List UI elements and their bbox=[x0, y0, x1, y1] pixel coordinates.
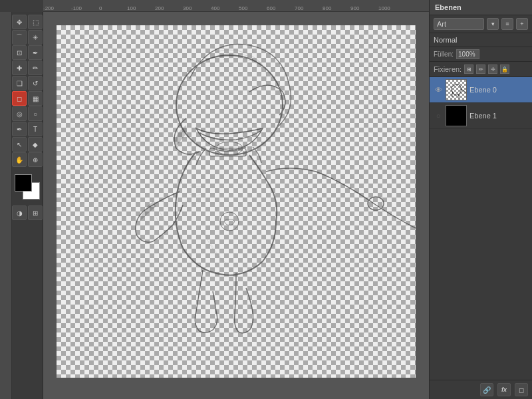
blend-mode-label: Normal bbox=[434, 36, 457, 44]
history-brush-tool[interactable]: ↺ bbox=[28, 76, 43, 90]
tool-group: ⌒ ✳ bbox=[12, 30, 43, 45]
tool-group: ✥ ⬚ bbox=[12, 15, 43, 29]
opacity-label: Füllen: bbox=[434, 51, 454, 58]
opacity-row: Füllen: bbox=[430, 47, 532, 62]
fixieren-brush-icon[interactable]: ✏ bbox=[476, 65, 485, 74]
heal-tool[interactable]: ✚ bbox=[12, 61, 27, 75]
stamp-tool[interactable]: ❑ bbox=[12, 76, 27, 90]
text-tool[interactable]: T bbox=[28, 122, 43, 136]
eyedropper-tool[interactable]: ✒ bbox=[28, 45, 43, 60]
fixieren-row: Fixieren: ⊞ ✏ ✛ 🔒 bbox=[430, 62, 532, 77]
toolbar: ✥ ⬚ ⌒ ✳ ⊡ ✒ ✚ ✏ ❑ ↺ ◻ ▦ ◎ ○ ✒ T ↖ ◆ ✋ ⊕ bbox=[12, 12, 43, 399]
ruler-mark: 100 bbox=[127, 5, 136, 11]
layer-item-1[interactable]: ○ Ebene 1 bbox=[430, 103, 532, 129]
layers-panel-title: Ebenen bbox=[430, 0, 532, 15]
ruler-mark: 800 bbox=[323, 5, 331, 11]
fixieren-position-icon[interactable]: ✛ bbox=[488, 65, 497, 74]
ruler-left bbox=[0, 12, 12, 399]
layers-search-row: ▾ ≡ + bbox=[430, 15, 532, 33]
crop-tool[interactable]: ⊡ bbox=[12, 45, 27, 60]
canvas-area bbox=[43, 12, 429, 399]
ruler-mark: 300 bbox=[183, 5, 192, 11]
layers-footer: 🔗 fx ◻ bbox=[430, 380, 532, 399]
tool-group: ◑ ⊞ bbox=[12, 205, 43, 220]
pen-tool[interactable]: ✒ bbox=[12, 122, 27, 136]
fixieren-all-icon[interactable]: 🔒 bbox=[500, 65, 509, 74]
tool-group: ✒ T bbox=[12, 122, 43, 136]
ruler-mark: 600 bbox=[267, 5, 275, 11]
lasso-tool[interactable]: ⌒ bbox=[12, 30, 27, 45]
ruler-mark: 900 bbox=[350, 5, 359, 11]
shape-tool[interactable]: ◆ bbox=[28, 137, 43, 152]
tool-group: ❑ ↺ bbox=[12, 76, 43, 90]
dodge-tool[interactable]: ○ bbox=[28, 106, 43, 121]
svg-point-2 bbox=[368, 197, 384, 210]
tool-group: ⊡ ✒ bbox=[12, 45, 43, 60]
ruler-mark: 1000 bbox=[378, 5, 390, 11]
effects-btn[interactable]: fx bbox=[497, 383, 511, 396]
add-mask-btn[interactable]: ◻ bbox=[515, 383, 528, 396]
blur-tool[interactable]: ◎ bbox=[12, 106, 27, 121]
canvas-wrapper bbox=[57, 25, 416, 378]
gradient-tool[interactable]: ▦ bbox=[28, 91, 43, 106]
ruler-mark: 500 bbox=[239, 5, 247, 11]
layer-thumbnail-0 bbox=[446, 79, 467, 100]
fill-input[interactable] bbox=[456, 49, 479, 59]
layers-filter-btn[interactable]: ▾ bbox=[487, 18, 499, 30]
layers-panel: Ebenen ▾ ≡ + Normal Füllen: Fixieren: ⊞ … bbox=[429, 0, 532, 399]
select-rect-tool[interactable]: ⬚ bbox=[28, 15, 43, 29]
layer-name-0: Ebene 0 bbox=[469, 86, 528, 94]
color-swatches-container bbox=[15, 172, 40, 202]
layers-menu-btn[interactable]: ≡ bbox=[501, 18, 513, 30]
eraser-tool[interactable]: ◻ bbox=[12, 91, 27, 106]
ruler-mark: 400 bbox=[211, 5, 219, 11]
layer-thumbnail-1 bbox=[446, 105, 467, 126]
ruler-mark: 700 bbox=[295, 5, 303, 11]
screen-mode-tool[interactable]: ⊞ bbox=[28, 205, 43, 220]
layers-new-btn[interactable]: + bbox=[516, 18, 528, 30]
path-select-tool[interactable]: ↖ bbox=[12, 137, 27, 152]
brush-tool[interactable]: ✏ bbox=[28, 61, 43, 75]
link-layers-btn[interactable]: 🔗 bbox=[480, 383, 493, 396]
color-swatches[interactable] bbox=[15, 174, 40, 200]
hand-tool[interactable]: ✋ bbox=[12, 152, 27, 167]
tool-group: ↖ ◆ bbox=[12, 137, 43, 152]
tool-group: ✋ ⊕ bbox=[12, 152, 43, 167]
tool-group: ◻ ▦ bbox=[12, 91, 43, 106]
move-tool[interactable]: ✥ bbox=[12, 15, 27, 29]
fixieren-label: Fixieren: bbox=[434, 65, 462, 73]
fixieren-transparent-icon[interactable]: ⊞ bbox=[464, 65, 473, 74]
ruler-mark: 200 bbox=[155, 5, 164, 11]
layer-name-1: Ebene 1 bbox=[469, 112, 528, 120]
layer-item-0[interactable]: 👁 Ebene 0 bbox=[430, 77, 532, 103]
quick-mask-tool[interactable]: ◑ bbox=[12, 205, 27, 220]
layers-search-input[interactable] bbox=[434, 18, 484, 30]
ruler-mark: 0 bbox=[99, 5, 102, 11]
sketch-drawing bbox=[57, 25, 416, 378]
foreground-color[interactable] bbox=[15, 174, 32, 192]
ruler-mark: -100 bbox=[71, 5, 82, 11]
blend-mode-row: Normal bbox=[430, 33, 532, 47]
layer-visibility-1[interactable]: ○ bbox=[434, 111, 443, 120]
zoom-tool[interactable]: ⊕ bbox=[28, 152, 43, 167]
ruler-mark: -200 bbox=[43, 5, 54, 11]
magic-wand-tool[interactable]: ✳ bbox=[28, 30, 43, 45]
layer-visibility-0[interactable]: 👁 bbox=[434, 85, 443, 94]
svg-point-4 bbox=[220, 212, 239, 231]
tool-group: ✚ ✏ bbox=[12, 61, 43, 75]
tool-group: ◎ ○ bbox=[12, 106, 43, 121]
